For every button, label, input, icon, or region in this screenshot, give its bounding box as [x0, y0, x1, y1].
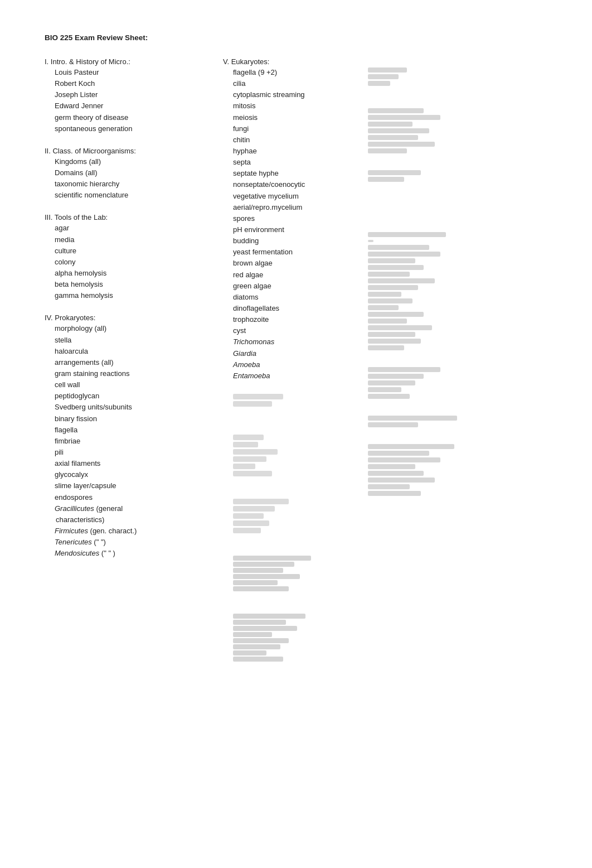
list-item: pH environment [233, 224, 362, 235]
section4-items: morphology (all) stella haloarcula arran… [45, 323, 217, 559]
list-item: spontaneous generation [55, 123, 217, 134]
list-item: red algae [233, 269, 362, 281]
section-intro: I. Intro. & History of Micro.: Louis Pas… [45, 57, 217, 134]
page-title: BIO 225 Exam Review Sheet: [45, 33, 547, 42]
list-item: colony [55, 257, 217, 268]
list-item: septate hyphe [233, 168, 362, 179]
blurred-middle-section4 [223, 556, 362, 591]
list-item: taxonomic hierarchy [55, 179, 217, 190]
list-item: Svedberg units/subunits [55, 402, 217, 413]
list-item: Joseph Lister [55, 89, 217, 100]
section3-items: agar media culture colony alpha hemolysi… [45, 223, 217, 301]
list-item: Firmicutes (gen. charact.) [55, 525, 217, 537]
list-item: media [55, 234, 217, 245]
blurred-middle-section3 [223, 499, 362, 533]
list-item: alpha hemolysis [55, 268, 217, 279]
list-item: Mendosicutes (" " ) [55, 548, 217, 559]
list-item: beta hemolysis [55, 279, 217, 290]
list-item: flagella (9 +2) [233, 67, 362, 78]
list-item: brown algae [233, 258, 362, 269]
blurred-middle-section2 [223, 435, 362, 476]
blurred-middle-section5 [223, 614, 362, 662]
list-item: chitin [233, 134, 362, 146]
list-item: nonseptate/coenocytic [233, 179, 362, 190]
list-item: trophozoite [233, 314, 362, 325]
list-item: Edward Jenner [55, 100, 217, 112]
column-middle: V. Eukaryotes: flagella (9 +2) cilia cyt… [217, 57, 362, 663]
list-item: stella [55, 335, 217, 346]
list-item: fungi [233, 123, 362, 134]
list-item: Gracillicutes (general [55, 503, 217, 514]
list-item: meiosis [233, 112, 362, 123]
list-item: hyphae [233, 146, 362, 157]
list-item: gram staining reactions [55, 368, 217, 379]
list-item: fimbriae [55, 436, 217, 447]
list-item: culture [55, 245, 217, 257]
list-item: flagella [55, 425, 217, 436]
list-item: budding [233, 235, 362, 247]
list-item: Louis Pasteur [55, 67, 217, 78]
list-item: yeast fermentation [233, 247, 362, 258]
list-item: aerial/repro.mycelium [233, 202, 362, 213]
list-item: mitosis [233, 100, 362, 112]
list-item: germ theory of disease [55, 112, 217, 123]
right-blurred-group2 [368, 108, 547, 153]
section4-header: IV. Prokaryotes: [45, 314, 217, 322]
list-item: Trichomonas [233, 336, 362, 348]
list-item: cytoplasmic streaming [233, 89, 362, 100]
list-item: gamma hemolysis [55, 290, 217, 301]
section-classification: II. Class. of Microorganisms: Kingdoms (… [45, 147, 217, 201]
right-blurred-group1 [368, 67, 547, 86]
list-item: Entamoeba [233, 370, 362, 382]
section1-header: I. Intro. & History of Micro.: [45, 57, 217, 66]
list-item: morphology (all) [55, 323, 217, 334]
section5-items: flagella (9 +2) cilia cytoplasmic stream… [223, 67, 362, 382]
right-blurred-group6 [368, 416, 547, 427]
list-item: binary fission [55, 413, 217, 425]
list-item: haloarcula [55, 346, 217, 357]
section-tools: III. Tools of the Lab: agar media cultur… [45, 213, 217, 301]
column-left: I. Intro. & History of Micro.: Louis Pas… [45, 57, 217, 663]
list-item: Kingdoms (all) [55, 156, 217, 167]
list-item: Tenericutes (" ") [55, 537, 217, 548]
page-container: BIO 225 Exam Review Sheet: I. Intro. & H… [45, 33, 547, 663]
list-item: Robert Koch [55, 78, 217, 89]
list-item: endospores [55, 492, 217, 503]
right-blurred-group4 [368, 232, 547, 350]
list-item: vegetative mycelium [233, 191, 362, 202]
list-item: axial filaments [55, 458, 217, 469]
list-item: glycocalyx [55, 469, 217, 480]
section1-items: Louis Pasteur Robert Koch Joseph Lister … [45, 67, 217, 134]
list-item: green algae [233, 281, 362, 292]
section-prokaryotes: IV. Prokaryotes: morphology (all) stella… [45, 314, 217, 559]
content-area: I. Intro. & History of Micro.: Louis Pas… [45, 57, 547, 663]
list-item: dinoflagellates [233, 303, 362, 314]
list-item: cyst [233, 325, 362, 336]
list-item: Amoeba [233, 359, 362, 370]
list-item: Domains (all) [55, 167, 217, 179]
section3-header: III. Tools of the Lab: [45, 213, 217, 221]
list-item: characteristics) [55, 514, 217, 525]
section5-header: V. Eukaryotes: [223, 57, 362, 66]
section2-items: Kingdoms (all) Domains (all) taxonomic h… [45, 156, 217, 201]
right-blurred-group3 [368, 170, 547, 182]
list-item: cell wall [55, 379, 217, 390]
list-item: septa [233, 157, 362, 168]
right-blurred-group5 [368, 367, 547, 399]
list-item: diatoms [233, 292, 362, 303]
list-item: scientific nomenclature [55, 190, 217, 201]
list-item: Giardia [233, 348, 362, 359]
section-eukaryotes: V. Eukaryotes: flagella (9 +2) cilia cyt… [223, 57, 362, 382]
right-blurred-group7 [368, 444, 547, 496]
blurred-middle-bottom [223, 394, 362, 407]
list-item: arrangements (all) [55, 357, 217, 368]
list-item: peptidoglycan [55, 390, 217, 402]
list-item: slime layer/capsule [55, 480, 217, 491]
list-item: spores [233, 213, 362, 224]
column-right [362, 57, 547, 663]
list-item: cilia [233, 78, 362, 89]
list-item: pili [55, 447, 217, 458]
section2-header: II. Class. of Microorganisms: [45, 147, 217, 155]
list-item: agar [55, 223, 217, 234]
